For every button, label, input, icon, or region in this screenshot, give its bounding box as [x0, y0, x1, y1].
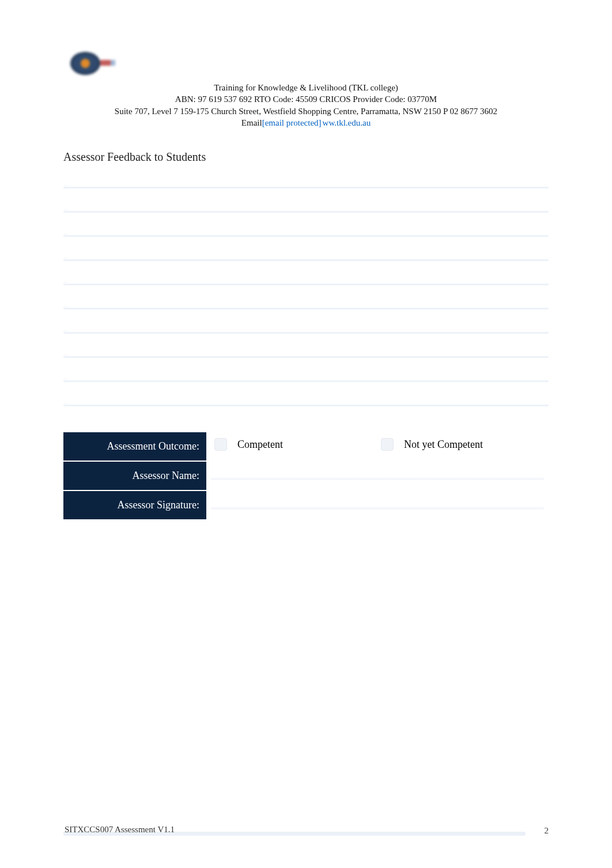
section-title: Assessor Feedback to Students: [63, 150, 549, 164]
email-label: Email: [241, 118, 262, 127]
not-yet-competent-checkbox[interactable]: [381, 438, 394, 451]
feedback-line[interactable]: [63, 181, 549, 189]
feedback-line[interactable]: [63, 326, 549, 334]
assessment-outcome-label: Assessment Outcome:: [63, 432, 206, 461]
assessor-signature-row: Assessor Signature:: [63, 490, 549, 520]
address-line: Suite 707, Level 7 159-175 Church Street…: [63, 105, 549, 117]
page-footer: SITXCCS007 Assessment V1.1 2: [63, 822, 549, 836]
page: Training for Knowledge & Livelihood (TKL…: [0, 0, 612, 868]
svg-point-3: [81, 59, 90, 68]
email-link[interactable]: [email protected]: [262, 118, 322, 127]
assessor-signature-label: Assessor Signature:: [63, 490, 206, 520]
competent-label: Competent: [237, 439, 283, 451]
footer-page-number: 2: [526, 826, 549, 836]
website-link[interactable]: ww.tkl.edu.au: [323, 118, 371, 127]
competent-checkbox[interactable]: [214, 438, 227, 451]
feedback-line[interactable]: [63, 229, 549, 237]
not-yet-competent-label: Not yet Competent: [404, 439, 483, 451]
feedback-lines-area: [63, 181, 549, 407]
svg-rect-5: [111, 60, 115, 66]
feedback-line[interactable]: [63, 399, 549, 407]
contact-line: Email[email protected]ww.tkl.edu.au: [63, 117, 549, 129]
assessor-name-label: Assessor Name:: [63, 461, 206, 490]
org-logo: [63, 40, 121, 81]
feedback-line[interactable]: [63, 254, 549, 262]
svg-rect-4: [100, 60, 111, 66]
assessor-name-row: Assessor Name:: [63, 461, 549, 490]
org-name: Training for Knowledge & Livelihood (TKL…: [63, 82, 549, 93]
assessor-signature-field[interactable]: [206, 490, 549, 520]
assessment-outcome-value: Competent Not yet Competent: [206, 432, 549, 456]
letterhead: Training for Knowledge & Livelihood (TKL…: [63, 82, 549, 129]
outcome-table: Assessment Outcome: Competent Not yet Co…: [63, 432, 549, 520]
feedback-line[interactable]: [63, 205, 549, 213]
assessment-outcome-row: Assessment Outcome: Competent Not yet Co…: [63, 432, 549, 461]
footer-doc-id: SITXCCS007 Assessment V1.1: [63, 822, 526, 836]
feedback-line[interactable]: [63, 375, 549, 383]
feedback-line[interactable]: [63, 278, 549, 286]
assessor-name-field[interactable]: [206, 461, 549, 490]
feedback-line[interactable]: [63, 302, 549, 310]
feedback-line[interactable]: [63, 350, 549, 358]
abn-line: ABN: 97 619 537 692 RTO Code: 45509 CRIC…: [63, 93, 549, 105]
